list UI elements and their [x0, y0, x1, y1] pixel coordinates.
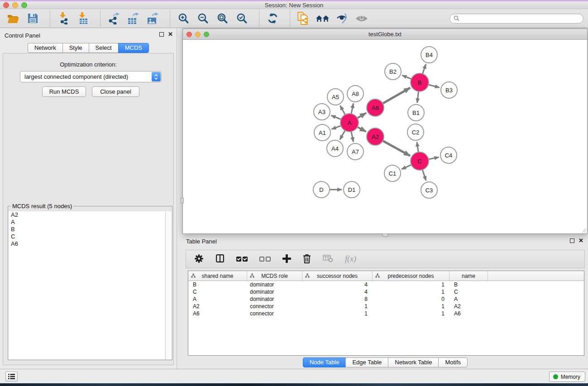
save-session-icon[interactable] [25, 11, 40, 26]
tab-network[interactable]: Network [28, 43, 63, 53]
node-A7[interactable]: A7 [347, 143, 364, 160]
table-cell: 1 [373, 289, 449, 295]
node-C1[interactable]: C1 [384, 165, 401, 182]
refresh-icon[interactable] [265, 11, 280, 26]
node-B1[interactable]: B1 [407, 104, 425, 121]
tab-motifs[interactable]: Motifs [438, 357, 468, 367]
resize-grip-icon[interactable] [581, 227, 587, 233]
search-box[interactable] [449, 14, 583, 24]
task-history-button[interactable] [5, 372, 18, 381]
table-row[interactable]: A2connector11A2 [188, 303, 584, 310]
node-A2[interactable]: A2 [366, 128, 384, 146]
float-panel-icon[interactable] [570, 238, 574, 243]
node-B[interactable]: B [410, 73, 429, 92]
table-settings-icon[interactable] [194, 254, 204, 265]
export-table-icon[interactable] [125, 11, 141, 26]
network-window-titlebar[interactable]: testGlobe.txt [183, 29, 587, 40]
table-row[interactable]: Adominator80A [188, 295, 584, 303]
close-panel-button[interactable]: Close panel [92, 86, 139, 97]
table-panel-tabs: Node TableEdge TableNetwork TableMotifs [182, 357, 588, 367]
run-mcds-button[interactable]: Run MCDS [42, 86, 86, 97]
tab-network-table[interactable]: Network Table [388, 357, 439, 367]
column-header-successor-nodes[interactable]: successor nodes [302, 271, 373, 281]
node-C2[interactable]: C2 [407, 124, 424, 141]
table-cell: C [449, 289, 488, 295]
import-table-icon[interactable] [75, 11, 91, 26]
tab-select[interactable]: Select [89, 43, 119, 53]
hide-graphics-details-icon[interactable] [335, 11, 350, 26]
show-column-icon[interactable] [215, 254, 225, 264]
add-row-icon[interactable] [282, 254, 291, 264]
toolbar-separator [170, 10, 170, 27]
open-session-icon[interactable] [5, 11, 21, 26]
delete-table-icon[interactable] [323, 255, 333, 264]
table-header-row[interactable]: shared name MCDS role successor nodes pr… [188, 271, 584, 281]
table-cell: 1 [302, 310, 373, 317]
export-image-icon[interactable] [145, 11, 160, 26]
list-icon [8, 373, 15, 380]
node-B4[interactable]: B4 [421, 46, 438, 63]
tab-style[interactable]: Style [62, 43, 89, 53]
mcds-result-list[interactable]: A2ABCA6 [9, 211, 172, 359]
table-row[interactable]: Bdominator41B [188, 281, 584, 288]
table-row[interactable]: A6connector11A6 [188, 310, 584, 317]
node-A1[interactable]: A1 [314, 124, 331, 141]
network-canvas[interactable]: B4B2BB3A5A8A6A3B1AA1C2A2A4A7C4CC1C3DD1 [183, 40, 587, 234]
zoom-fit-icon[interactable] [215, 11, 230, 26]
node-D1[interactable]: D1 [343, 181, 360, 198]
node-B2[interactable]: B2 [384, 63, 402, 80]
column-header-name[interactable]: name [449, 271, 488, 281]
tab-edge-table[interactable]: Edge Table [345, 357, 388, 367]
column-header-shared-name[interactable]: shared name [188, 271, 247, 281]
import-network-icon[interactable] [56, 11, 71, 26]
node-D[interactable]: D [313, 181, 330, 198]
node-C3[interactable]: C3 [421, 181, 438, 199]
node-A6[interactable]: A6 [366, 99, 384, 117]
mcds-result-item[interactable]: A2 [9, 211, 172, 219]
column-header-predecessor-nodes[interactable]: predecessor nodes [373, 271, 449, 281]
export-network-icon[interactable] [106, 11, 121, 26]
tab-node-table[interactable]: Node Table [303, 357, 346, 367]
select-all-icon[interactable] [236, 257, 248, 262]
column-header-MCDS-role[interactable]: MCDS role [247, 271, 302, 281]
memory-button[interactable]: Memory [549, 372, 585, 382]
optimization-criterion-select[interactable]: largest connected component (directed) [20, 71, 162, 82]
node-table[interactable]: shared name MCDS role successor nodes pr… [188, 271, 584, 356]
edge-A6-B[interactable] [381, 88, 410, 105]
mcds-result-item[interactable]: A [9, 219, 172, 226]
list-scrollbar[interactable] [165, 211, 172, 359]
node-A4[interactable]: A4 [326, 140, 344, 157]
mcds-result-item[interactable]: B [9, 226, 172, 233]
node-A5[interactable]: A5 [327, 88, 344, 105]
function-builder-icon[interactable]: f(x) [345, 254, 356, 264]
main-toolbar [0, 9, 588, 28]
zoom-selected-icon[interactable] [234, 11, 249, 26]
edge-A2-C[interactable] [381, 140, 410, 156]
splitter-handle[interactable] [181, 198, 184, 203]
search-input[interactable] [459, 15, 579, 22]
table-cell: A2 [449, 303, 488, 310]
node-A[interactable]: A [340, 113, 359, 132]
delete-row-icon[interactable] [303, 254, 311, 265]
zoom-in-icon[interactable] [176, 11, 191, 26]
zoom-out-icon[interactable] [195, 11, 210, 26]
duplicate-network-icon[interactable] [296, 11, 311, 26]
toolbar-separator [100, 10, 100, 27]
tab-mcds[interactable]: MCDS [118, 43, 149, 53]
deselect-all-icon[interactable] [259, 257, 271, 262]
node-C4[interactable]: C4 [440, 147, 457, 164]
network-overview-icon[interactable] [315, 11, 330, 26]
node-A8[interactable]: A8 [347, 85, 364, 102]
node-A3[interactable]: A3 [313, 103, 330, 120]
table-cell: connector [247, 303, 302, 310]
node-C[interactable]: C [410, 152, 429, 171]
table-cell: 4 [302, 289, 373, 295]
close-panel-icon[interactable]: ✕ [578, 238, 583, 243]
show-graphics-details-icon[interactable] [354, 11, 369, 26]
node-B3[interactable]: B3 [440, 81, 458, 99]
close-panel-icon[interactable]: ✕ [168, 32, 173, 37]
mcds-result-item[interactable]: A6 [9, 240, 172, 248]
table-row[interactable]: Cdominator41C [188, 288, 584, 295]
float-panel-icon[interactable] [159, 32, 164, 37]
mcds-result-item[interactable]: C [9, 233, 172, 240]
